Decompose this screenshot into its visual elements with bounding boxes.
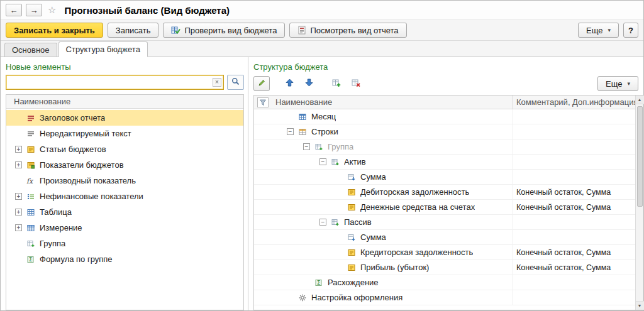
item-label: Формула по группе <box>40 254 113 264</box>
comment-column-header[interactable]: Комментарий, Доп.информация <box>512 95 635 109</box>
budget-structure-rows: Месяц − Строки − Группа − Актив Сумма <box>254 109 643 310</box>
expander[interactable]: − <box>319 158 326 165</box>
row-comment <box>512 290 635 305</box>
move-down-button[interactable] <box>301 76 317 91</box>
expander[interactable]: + <box>15 146 22 153</box>
row-label: Группа <box>328 142 353 151</box>
scroll-down-icon[interactable]: ▼ <box>636 301 644 310</box>
list-item[interactable]: Заголовок отчета <box>6 110 243 126</box>
move-up-button[interactable] <box>281 76 297 91</box>
tree-row[interactable]: − Актив <box>254 155 643 170</box>
item-label: Статьи бюджетов <box>40 145 106 154</box>
command-bar: Записать и закрыть Записать Проверить ви… <box>1 19 643 41</box>
expander <box>15 177 22 184</box>
expander <box>336 264 343 271</box>
expander <box>336 204 343 210</box>
row-comment: Конечный остаток, Сумма <box>512 245 635 259</box>
budget-article-icon <box>347 248 356 256</box>
item-label: Заголовок отчета <box>40 113 105 123</box>
tree-row[interactable]: Прибыль (убыток) Конечный остаток, Сумма <box>254 260 643 275</box>
group-icon <box>26 239 35 248</box>
edit-button[interactable] <box>253 76 270 91</box>
row-name-cell: Дебиторская задолженность <box>254 187 512 197</box>
tree-row[interactable]: Сумма <box>254 170 643 185</box>
expander <box>336 173 343 180</box>
tab-budget-structure[interactable]: Структура бюджета <box>58 41 148 57</box>
filter-column <box>254 95 272 109</box>
expander[interactable]: + <box>15 161 22 168</box>
expander[interactable]: − <box>303 143 310 150</box>
row-comment: Конечный остаток, Сумма <box>512 185 635 199</box>
tab-main[interactable]: Основное <box>4 43 57 57</box>
item-label: Таблица <box>40 207 72 217</box>
tree-row[interactable]: Кредиторская задолженность Конечный оста… <box>254 245 643 260</box>
forward-arrow-icon: → <box>30 6 38 15</box>
view-report-button[interactable]: Посмотреть вид отчета <box>289 23 406 38</box>
row-label: Сумма <box>360 232 386 242</box>
tree-row[interactable]: − Пассив <box>254 215 643 230</box>
tree-row[interactable]: Настройка оформления <box>254 290 643 305</box>
tree-row[interactable]: Месяц <box>254 109 643 124</box>
list-item[interactable]: Σ Формула по группе <box>6 251 243 267</box>
tree-row[interactable]: Σ Расхождение <box>254 275 643 290</box>
add-element-button[interactable] <box>328 76 345 91</box>
remove-table-icon <box>352 79 360 89</box>
list-item[interactable]: fx Производный показатель <box>6 173 243 188</box>
list-item[interactable]: + Таблица <box>6 204 243 220</box>
name-column-header[interactable]: Наименование <box>272 95 512 109</box>
expander[interactable]: − <box>287 128 294 135</box>
list-item[interactable]: + Статьи бюджетов <box>6 141 243 157</box>
list-item[interactable]: + Измерение <box>6 220 243 236</box>
budget-structure-table: Наименование Комментарий, Доп.информация… <box>253 95 643 310</box>
tree-row[interactable]: − Группа <box>254 139 643 155</box>
save-button[interactable]: Записать <box>108 23 159 38</box>
tree-row[interactable]: Денежные средства на счетах Конечный ост… <box>254 200 643 215</box>
row-name-cell: Σ Расхождение <box>254 278 512 287</box>
magnifier-icon <box>231 77 240 87</box>
budget-article-icon <box>26 145 35 153</box>
new-elements-column-header[interactable]: Наименование <box>6 95 243 109</box>
list-item[interactable]: + Нефинансовые показатели <box>6 188 243 204</box>
group-icon <box>330 158 340 166</box>
expander <box>287 113 294 120</box>
expander[interactable]: + <box>15 224 22 231</box>
expander[interactable]: + <box>15 193 22 200</box>
month-icon <box>297 112 307 121</box>
row-name-cell: − Группа <box>254 142 512 151</box>
vertical-scrollbar[interactable]: ▲ ▼ <box>635 95 643 310</box>
search-input[interactable] <box>6 75 224 90</box>
help-button[interactable]: ? <box>623 23 638 38</box>
new-elements-list: Заголовок отчета Нередактируемый текст +… <box>6 109 243 310</box>
search-button[interactable] <box>227 75 244 90</box>
forward-button[interactable]: → <box>26 4 42 16</box>
list-item[interactable]: Группа <box>6 236 243 251</box>
tree-row[interactable]: − Строки <box>254 124 643 139</box>
search-row: × <box>6 75 244 90</box>
back-button[interactable]: ← <box>6 4 22 16</box>
row-comment <box>512 139 635 154</box>
expander[interactable]: + <box>15 209 22 216</box>
favorite-star-icon[interactable]: ☆ <box>48 4 56 16</box>
more-button[interactable]: Еще ▾ <box>578 23 619 38</box>
row-label: Сумма <box>360 172 386 182</box>
check-budget-view-button[interactable]: Проверить вид бюджета <box>163 23 285 38</box>
budget-article-icon <box>347 263 356 271</box>
svg-text:Σ: Σ <box>29 256 32 263</box>
clear-search-icon[interactable]: × <box>213 78 221 87</box>
row-name-cell: Прибыль (убыток) <box>254 263 512 272</box>
expander[interactable]: − <box>319 219 326 226</box>
new-elements-table: Наименование Заголовок отчета Нередактир… <box>6 94 244 310</box>
scrollbar-thumb[interactable] <box>637 106 643 207</box>
item-label: Показатели бюджетов <box>40 160 124 170</box>
tree-row[interactable]: Дебиторская задолженность Конечный остат… <box>254 185 643 200</box>
list-item[interactable]: + Показатели бюджетов <box>6 157 243 173</box>
save-close-button[interactable]: Записать и закрыть <box>6 23 103 38</box>
filter-icon[interactable] <box>257 97 269 107</box>
row-comment <box>512 275 635 290</box>
tree-row[interactable]: Сумма <box>254 230 643 245</box>
list-item[interactable]: Нередактируемый текст <box>6 126 243 141</box>
expander <box>15 114 22 121</box>
tree-more-button[interactable]: Еще ▾ <box>597 76 638 91</box>
scroll-up-icon[interactable]: ▲ <box>636 95 644 104</box>
remove-element-button[interactable] <box>348 76 364 91</box>
